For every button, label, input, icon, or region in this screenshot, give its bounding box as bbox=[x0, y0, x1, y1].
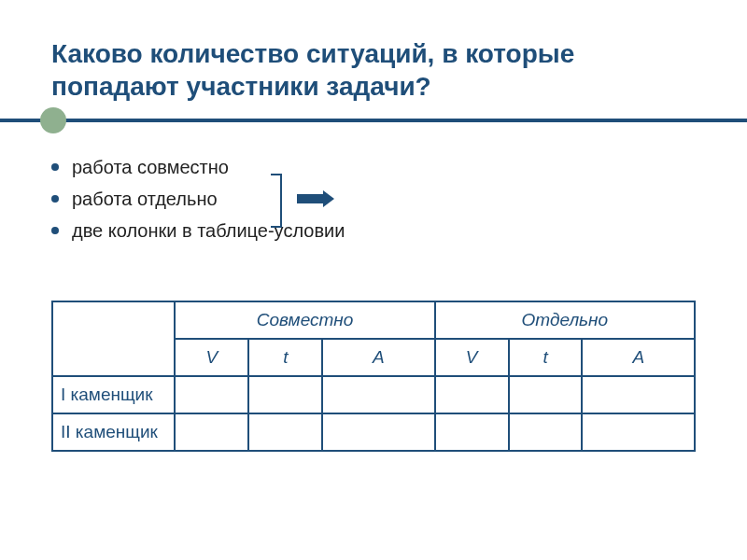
title-divider bbox=[51, 116, 696, 125]
bullet-text: две колонки в таблице-условии bbox=[72, 215, 345, 246]
table-cell bbox=[509, 413, 583, 451]
table-cell bbox=[322, 376, 435, 413]
bullet-item: работа совместно bbox=[51, 151, 696, 183]
table-header-col: t bbox=[509, 339, 583, 376]
table-cell bbox=[248, 376, 322, 413]
table-header-col: V bbox=[175, 339, 248, 376]
bullet-item: две колонки в таблице-условии bbox=[51, 215, 696, 246]
bullet-text: работа совместно bbox=[72, 151, 229, 183]
table-cell bbox=[582, 413, 695, 451]
table-header-col: A bbox=[322, 339, 435, 376]
bullet-list: работа совместно работа отдельно две кол… bbox=[51, 151, 696, 246]
table-row-label: I каменщик bbox=[52, 376, 175, 413]
table-cell bbox=[435, 413, 509, 451]
table-header-col: V bbox=[435, 339, 509, 376]
table-header-group: Отдельно bbox=[435, 301, 695, 339]
table-cell bbox=[248, 413, 322, 451]
table-cell bbox=[322, 413, 435, 451]
slide-title: Каково количество ситуаций, в которые по… bbox=[51, 37, 696, 103]
table-cell bbox=[175, 413, 248, 451]
table-header-col: t bbox=[248, 339, 322, 376]
table-cell bbox=[582, 376, 695, 413]
table-header-group: Совместно bbox=[175, 301, 434, 339]
table-cell bbox=[435, 376, 509, 413]
table-row-label: II каменщик bbox=[52, 413, 175, 451]
bullet-text: работа отдельно bbox=[72, 183, 218, 215]
table-cell bbox=[175, 376, 248, 413]
table-header-col: A bbox=[582, 339, 695, 376]
bullet-item: работа отдельно bbox=[51, 183, 696, 215]
table-cell bbox=[509, 376, 583, 413]
situation-table: Совместно Отдельно V t A V t A I каменщи… bbox=[51, 301, 696, 452]
